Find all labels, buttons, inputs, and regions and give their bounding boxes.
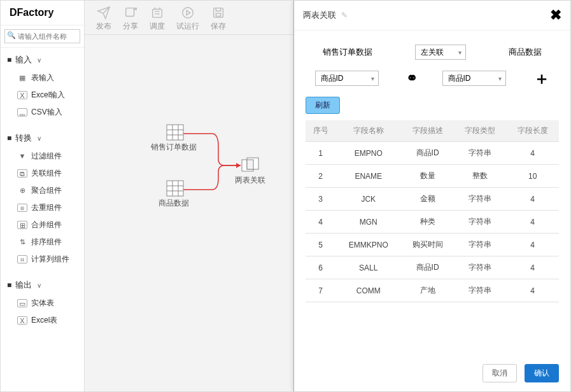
close-icon[interactable]: ✖ xyxy=(550,7,561,24)
cancel-button[interactable]: 取消 xyxy=(483,364,517,382)
leaf-union[interactable]: ⊞合并组件 xyxy=(1,216,84,234)
search-icon: 🔍 xyxy=(7,31,16,39)
th-desc: 字段描述 xyxy=(401,120,454,142)
chevron-down-icon: ∨ xyxy=(37,135,41,142)
share-icon xyxy=(123,6,137,20)
join-node[interactable] xyxy=(241,157,259,174)
leaf-entity-table[interactable]: ▭实体表 xyxy=(1,295,84,312)
product-label: 商品数据 xyxy=(509,46,542,58)
th-type: 字段类型 xyxy=(454,120,507,142)
table-row[interactable]: 6SALL商品ID字符串4 xyxy=(306,256,559,279)
leaf-join[interactable]: ⧉关联组件 xyxy=(1,165,84,182)
leaf-table-input[interactable]: ▦表输入 xyxy=(1,69,84,87)
excel-icon: X xyxy=(17,316,27,325)
schedule-icon xyxy=(150,6,164,20)
th-name: 字段名称 xyxy=(335,120,401,142)
svg-rect-11 xyxy=(167,181,183,196)
save-button[interactable]: 保存 xyxy=(211,6,226,32)
group-transform[interactable]: ■ 转换 ∨ xyxy=(1,129,84,148)
chevron-down-icon: ∨ xyxy=(37,282,41,289)
funnel-icon: ▼ xyxy=(17,152,27,160)
join-type-select[interactable]: 左关联 xyxy=(415,45,466,60)
svg-rect-0 xyxy=(126,8,134,17)
table-row[interactable]: 5EMMKPNO购买时间字符串4 xyxy=(306,234,559,256)
union-icon: ⊞ xyxy=(17,221,27,229)
join-node-label: 两表关联 xyxy=(225,175,276,186)
sort-icon: ⇅ xyxy=(17,238,27,246)
table-icon: ▭ xyxy=(17,299,27,307)
leaf-excel-input[interactable]: XExcel输入 xyxy=(1,87,84,104)
fields-table: 序号 字段名称 字段描述 字段类型 字段长度 1EMPNO商品ID字符串42EN… xyxy=(306,120,559,302)
leaf-calc[interactable]: ⌗计算列组件 xyxy=(1,251,84,268)
right-field-select[interactable]: 商品ID xyxy=(442,71,506,86)
svg-point-2 xyxy=(183,8,194,18)
csv-icon: csv xyxy=(17,108,27,116)
brand: DFactory xyxy=(1,1,84,25)
leaf-sort[interactable]: ⇅排序组件 xyxy=(1,234,84,251)
share-button[interactable]: 分享 xyxy=(123,6,138,32)
canvas: 发布 分享 调度 试运行 保存 xyxy=(85,1,293,391)
group-input[interactable]: ■ 输入 ∨ xyxy=(1,50,84,69)
leaf-agg[interactable]: ⊕聚合组件 xyxy=(1,182,84,199)
sales-data-label: 销售订单数据 xyxy=(148,142,199,153)
grid-icon: ▦ xyxy=(17,74,27,82)
table-row[interactable]: 3JCK金额字符串4 xyxy=(306,188,559,211)
table-row[interactable]: 7COMM产地字符串4 xyxy=(306,279,559,302)
panel-title: 两表关联 xyxy=(303,10,336,21)
th-seq: 序号 xyxy=(306,120,335,142)
left-field-select[interactable]: 商品ID xyxy=(315,71,379,86)
ok-button[interactable]: 确认 xyxy=(525,364,559,382)
svg-marker-5 xyxy=(236,163,241,168)
folder-icon: ■ xyxy=(7,281,11,290)
save-icon xyxy=(211,6,225,20)
sidebar: DFactory 🔍 ■ 输入 ∨ ▦表输入 XExcel输入 csvCSV输入… xyxy=(1,1,85,391)
svg-rect-18 xyxy=(247,160,253,169)
add-mapping-button[interactable]: ＋ xyxy=(533,70,550,87)
config-panel: 两表关联 ✎ ✖ 销售订单数据 左关联 商品数据 商品ID ⚭ 商品ID ＋ 刷… xyxy=(293,1,570,391)
th-len: 字段长度 xyxy=(506,120,559,142)
play-circle-icon xyxy=(181,6,195,20)
folder-icon: ■ xyxy=(7,55,11,64)
excel-icon: X xyxy=(17,91,27,99)
sales-data-node[interactable] xyxy=(166,124,184,141)
table-row[interactable]: 4MGN种类字符串4 xyxy=(306,211,559,234)
svg-rect-6 xyxy=(167,125,183,140)
merge-icon: ⧉ xyxy=(17,169,27,178)
leaf-dedup[interactable]: ≡去重组件 xyxy=(1,199,84,216)
calc-icon: ⌗ xyxy=(17,255,27,263)
sales-label: 销售订单数据 xyxy=(323,46,372,58)
product-data-node[interactable] xyxy=(166,180,184,197)
leaf-filter[interactable]: ▼过滤组件 xyxy=(1,148,84,165)
leaf-csv-input[interactable]: csvCSV输入 xyxy=(1,104,84,121)
table-row[interactable]: 2ENAME数量整数10 xyxy=(306,165,559,188)
test-run-button[interactable]: 试运行 xyxy=(176,6,199,32)
paper-plane-icon xyxy=(97,6,111,20)
dedup-icon: ≡ xyxy=(17,204,27,212)
link-icon: ⚭ xyxy=(406,70,415,87)
chevron-down-icon: ∨ xyxy=(37,57,41,64)
folder-icon: ■ xyxy=(7,134,11,143)
toolbar: 发布 分享 调度 试运行 保存 xyxy=(85,1,293,35)
refresh-button[interactable]: 刷新 xyxy=(306,97,340,114)
agg-icon: ⊕ xyxy=(17,186,27,195)
product-data-label: 商品数据 xyxy=(148,198,199,209)
publish-button[interactable]: 发布 xyxy=(96,6,111,32)
table-row[interactable]: 1EMPNO商品ID字符串4 xyxy=(306,142,559,165)
pencil-icon[interactable]: ✎ xyxy=(341,11,348,20)
schedule-button[interactable]: 调度 xyxy=(150,6,165,32)
group-output[interactable]: ■ 输出 ∨ xyxy=(1,276,84,295)
svg-rect-1 xyxy=(153,10,162,18)
leaf-excel-output[interactable]: XExcel表 xyxy=(1,312,84,329)
svg-rect-4 xyxy=(216,13,220,17)
